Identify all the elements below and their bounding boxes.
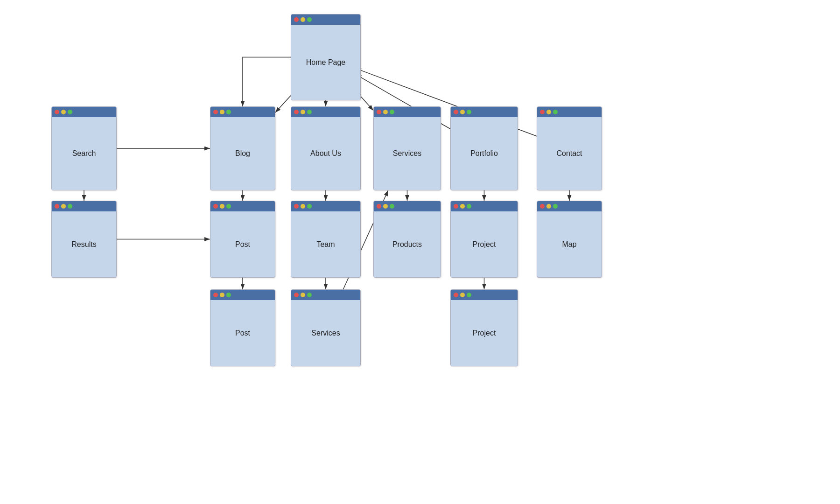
green-dot bbox=[307, 110, 312, 114]
node-portfolio: Portfolio bbox=[450, 106, 518, 190]
node-body-contact: Contact bbox=[537, 117, 602, 190]
node-label-project2: Project bbox=[473, 329, 496, 337]
node-titlebar-project1 bbox=[451, 201, 518, 211]
node-label-home: Home Page bbox=[306, 58, 346, 67]
green-dot bbox=[226, 204, 231, 209]
node-label-blog: Blog bbox=[235, 149, 250, 158]
node-results: Results bbox=[51, 201, 117, 278]
green-dot bbox=[68, 110, 72, 114]
node-body-products: Products bbox=[374, 211, 441, 277]
yellow-dot bbox=[383, 110, 388, 114]
green-dot bbox=[467, 110, 471, 114]
node-body-services1: Services bbox=[374, 117, 441, 190]
red-dot bbox=[540, 204, 545, 209]
green-dot bbox=[307, 204, 312, 209]
node-label-team: Team bbox=[316, 240, 335, 249]
yellow-dot bbox=[301, 204, 305, 209]
node-body-team: Team bbox=[291, 211, 360, 277]
node-search: Search bbox=[51, 106, 117, 190]
green-dot bbox=[553, 204, 558, 209]
node-body-results: Results bbox=[52, 211, 116, 277]
node-body-project2: Project bbox=[451, 300, 518, 366]
yellow-dot bbox=[546, 110, 551, 114]
svg-line-4 bbox=[361, 97, 373, 111]
yellow-dot bbox=[61, 110, 66, 114]
diagram-container: Home PageSearchBlogAbout UsServicesPortf… bbox=[0, 0, 840, 504]
yellow-dot bbox=[301, 110, 305, 114]
node-titlebar-results bbox=[52, 201, 116, 211]
node-titlebar-search bbox=[52, 107, 116, 117]
green-dot bbox=[467, 204, 471, 209]
node-products: Products bbox=[373, 201, 441, 278]
red-dot bbox=[454, 293, 458, 297]
node-titlebar-services1 bbox=[374, 107, 441, 117]
node-label-post2: Post bbox=[235, 329, 250, 337]
node-aboutus: About Us bbox=[291, 106, 361, 190]
yellow-dot bbox=[546, 204, 551, 209]
red-dot bbox=[294, 293, 299, 297]
node-label-search: Search bbox=[72, 149, 96, 158]
node-body-post1: Post bbox=[210, 211, 275, 277]
node-titlebar-post2 bbox=[210, 290, 275, 300]
node-body-portfolio: Portfolio bbox=[451, 117, 518, 190]
node-body-project1: Project bbox=[451, 211, 518, 277]
node-body-map: Map bbox=[537, 211, 602, 277]
node-titlebar-post1 bbox=[210, 201, 275, 211]
node-project1: Project bbox=[450, 201, 518, 278]
node-contact: Contact bbox=[537, 106, 602, 190]
node-post1: Post bbox=[210, 201, 275, 278]
red-dot bbox=[55, 204, 59, 209]
node-titlebar-team bbox=[291, 201, 360, 211]
node-label-services2: Services bbox=[311, 329, 340, 337]
node-label-map: Map bbox=[562, 240, 576, 249]
red-dot bbox=[377, 110, 381, 114]
green-dot bbox=[390, 110, 394, 114]
yellow-dot bbox=[220, 204, 224, 209]
node-label-portfolio: Portfolio bbox=[470, 149, 498, 158]
node-services2: Services bbox=[291, 289, 361, 366]
yellow-dot bbox=[301, 293, 305, 297]
node-label-services1: Services bbox=[393, 149, 421, 158]
node-titlebar-services2 bbox=[291, 290, 360, 300]
yellow-dot bbox=[460, 204, 465, 209]
green-dot bbox=[390, 204, 394, 209]
node-titlebar-blog bbox=[210, 107, 275, 117]
node-label-contact: Contact bbox=[556, 149, 582, 158]
node-titlebar-portfolio bbox=[451, 107, 518, 117]
yellow-dot bbox=[383, 204, 388, 209]
yellow-dot bbox=[220, 110, 224, 114]
node-body-search: Search bbox=[52, 117, 116, 190]
node-titlebar-products bbox=[374, 201, 441, 211]
green-dot bbox=[307, 17, 312, 22]
red-dot bbox=[294, 204, 299, 209]
node-team: Team bbox=[291, 201, 361, 278]
yellow-dot bbox=[301, 17, 305, 22]
yellow-dot bbox=[460, 110, 465, 114]
yellow-dot bbox=[61, 204, 66, 209]
node-titlebar-home bbox=[291, 14, 360, 25]
red-dot bbox=[55, 110, 59, 114]
node-blog: Blog bbox=[210, 106, 275, 190]
node-label-post1: Post bbox=[235, 240, 250, 249]
node-titlebar-aboutus bbox=[291, 107, 360, 117]
green-dot bbox=[68, 204, 72, 209]
red-dot bbox=[377, 204, 381, 209]
green-dot bbox=[467, 293, 471, 297]
node-label-aboutus: About Us bbox=[310, 149, 341, 158]
node-label-results: Results bbox=[71, 240, 96, 249]
red-dot bbox=[213, 293, 218, 297]
node-post2: Post bbox=[210, 289, 275, 366]
node-map: Map bbox=[537, 201, 602, 278]
yellow-dot bbox=[460, 293, 465, 297]
node-body-services2: Services bbox=[291, 300, 360, 366]
node-body-post2: Post bbox=[210, 300, 275, 366]
green-dot bbox=[226, 110, 231, 114]
red-dot bbox=[294, 17, 299, 22]
red-dot bbox=[294, 110, 299, 114]
svg-line-2 bbox=[275, 96, 291, 112]
red-dot bbox=[213, 110, 218, 114]
red-dot bbox=[454, 110, 458, 114]
node-project2: Project bbox=[450, 289, 518, 366]
green-dot bbox=[307, 293, 312, 297]
node-services1: Services bbox=[373, 106, 441, 190]
